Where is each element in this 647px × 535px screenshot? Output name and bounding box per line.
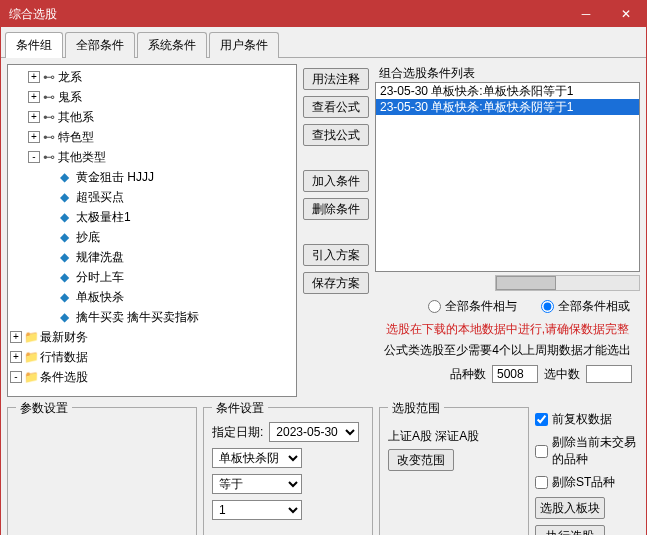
tree-node-label: 特色型 (56, 129, 94, 146)
tree-node[interactable]: +⊷其他系 (10, 107, 294, 127)
minus-icon[interactable]: - (28, 151, 40, 163)
date-label: 指定日期: (212, 424, 263, 441)
tab-2[interactable]: 系统条件 (137, 32, 207, 58)
plus-icon[interactable]: + (28, 91, 40, 103)
tree-node[interactable]: +⊷特色型 (10, 127, 294, 147)
tree-node[interactable]: ◆黄金狙击 HJJJ (10, 167, 294, 187)
titlebar: 综合选股 ─ ✕ (1, 1, 646, 27)
tree-node[interactable]: ◆太极量柱1 (10, 207, 294, 227)
tree-node-label: 抄底 (74, 229, 100, 246)
list-item[interactable]: 23-05-30 单板快杀:单板快杀阳等于1 (376, 83, 639, 99)
tree-node[interactable]: ◆单板快杀 (10, 287, 294, 307)
add-condition-button[interactable]: 加入条件 (303, 170, 369, 192)
tree-node[interactable]: ◆抄底 (10, 227, 294, 247)
tree-node-label: 规律洗盘 (74, 249, 124, 266)
selected-count-label: 选中数 (544, 366, 580, 383)
plus-icon[interactable]: + (28, 71, 40, 83)
tree-node-label: 单板快杀 (74, 289, 124, 306)
condition-list-label: 组合选股条件列表 (375, 64, 640, 82)
scope-group: 选股范围 上证A股 深证A股 改变范围 (379, 407, 529, 535)
plus-icon[interactable]: + (10, 331, 22, 343)
import-plan-button[interactable]: 引入方案 (303, 244, 369, 266)
skip-notrade-checkbox[interactable]: 剔除当前未交易的品种 (535, 434, 640, 468)
tree-node-label: 太极量柱1 (74, 209, 131, 226)
param-group-title: 参数设置 (16, 400, 72, 417)
skip-st-checkbox[interactable]: 剔除ST品种 (535, 474, 615, 491)
scope-group-title: 选股范围 (388, 400, 444, 417)
tree-node[interactable]: +⊷鬼系 (10, 87, 294, 107)
condition-group-title: 条件设置 (212, 400, 268, 417)
tree-node[interactable]: +📁最新财务 (10, 327, 294, 347)
tree-node-label: 擒牛买卖 擒牛买卖指标 (74, 309, 199, 326)
tree-node-label: 其他类型 (56, 149, 106, 166)
plus-icon[interactable]: + (28, 111, 40, 123)
info-text: 公式类选股至少需要4个以上周期数据才能选出 (375, 340, 640, 361)
close-button[interactable]: ✕ (606, 1, 646, 27)
tree-node[interactable]: ◆擒牛买卖 擒牛买卖指标 (10, 307, 294, 327)
param-group: 参数设置 (7, 407, 197, 535)
diamond-icon: ◆ (60, 310, 74, 324)
save-plan-button[interactable]: 保存方案 (303, 272, 369, 294)
run-select-button[interactable]: 执行选股 (535, 525, 605, 535)
tree-node-label: 龙系 (56, 69, 82, 86)
tree-node-label: 条件选股 (38, 369, 88, 386)
fq-checkbox[interactable]: 前复权数据 (535, 411, 612, 428)
tree-node-label: 其他系 (56, 109, 94, 126)
plus-icon[interactable]: + (28, 131, 40, 143)
delete-condition-button[interactable]: 删除条件 (303, 198, 369, 220)
variety-count-label: 品种数 (450, 366, 486, 383)
logic-radio-group: 全部条件相与 全部条件相或 (375, 292, 640, 319)
condition-list[interactable]: 23-05-30 单板快杀:单板快杀阳等于123-05-30 单板快杀:单板快杀… (375, 82, 640, 272)
minus-icon[interactable]: - (10, 371, 22, 383)
tree-node[interactable]: ◆分时上车 (10, 267, 294, 287)
variety-count-value: 5008 (492, 365, 538, 383)
link-icon: ⊷ (42, 90, 56, 104)
minimize-button[interactable]: ─ (566, 1, 606, 27)
window-title: 综合选股 (9, 6, 57, 23)
tab-1[interactable]: 全部条件 (65, 32, 135, 58)
folder-icon: 📁 (24, 370, 38, 384)
folder-icon: 📁 (24, 330, 38, 344)
tree-node[interactable]: +⊷龙系 (10, 67, 294, 87)
view-formula-button[interactable]: 查看公式 (303, 96, 369, 118)
condition-tree[interactable]: +⊷龙系+⊷鬼系+⊷其他系+⊷特色型-⊷其他类型◆黄金狙击 HJJJ◆超强买点◆… (7, 64, 297, 397)
folder-icon: 📁 (24, 350, 38, 364)
diamond-icon: ◆ (60, 270, 74, 284)
tree-node-label: 行情数据 (38, 349, 88, 366)
scope-text: 上证A股 深证A股 (388, 428, 479, 445)
tree-node[interactable]: ◆规律洗盘 (10, 247, 294, 267)
tree-node-label: 分时上车 (74, 269, 124, 286)
tab-3[interactable]: 用户条件 (209, 32, 279, 58)
radio-or[interactable]: 全部条件相或 (541, 298, 630, 315)
radio-and[interactable]: 全部条件相与 (428, 298, 517, 315)
date-select[interactable]: 2023-05-30 (269, 422, 359, 442)
op-select[interactable]: 等于 (212, 474, 302, 494)
tree-node-label: 黄金狙击 HJJJ (74, 169, 154, 186)
tree-node[interactable]: ◆超强买点 (10, 187, 294, 207)
tree-node-label: 超强买点 (74, 189, 124, 206)
diamond-icon: ◆ (60, 290, 74, 304)
tree-node-label: 最新财务 (38, 329, 88, 346)
diamond-icon: ◆ (60, 230, 74, 244)
to-block-button[interactable]: 选股入板块 (535, 497, 605, 519)
options-panel: 前复权数据 剔除当前未交易的品种 剔除ST品种 选股入板块 执行选股 (535, 407, 640, 535)
change-scope-button[interactable]: 改变范围 (388, 449, 454, 471)
tab-0[interactable]: 条件组 (5, 32, 63, 58)
tree-node[interactable]: -⊷其他类型 (10, 147, 294, 167)
find-formula-button[interactable]: 查找公式 (303, 124, 369, 146)
horizontal-scrollbar[interactable] (495, 275, 640, 291)
tree-node-label: 鬼系 (56, 89, 82, 106)
link-icon: ⊷ (42, 150, 56, 164)
tree-node[interactable]: -📁条件选股 (10, 367, 294, 387)
value-select[interactable]: 1 (212, 500, 302, 520)
list-item[interactable]: 23-05-30 单板快杀:单板快杀阴等于1 (376, 99, 639, 115)
link-icon: ⊷ (42, 110, 56, 124)
condition-group: 条件设置 指定日期: 2023-05-30 单板快杀阴 等于 1 (203, 407, 373, 535)
usage-button[interactable]: 用法注释 (303, 68, 369, 90)
tree-node[interactable]: +📁行情数据 (10, 347, 294, 367)
plus-icon[interactable]: + (10, 351, 22, 363)
diamond-icon: ◆ (60, 190, 74, 204)
diamond-icon: ◆ (60, 210, 74, 224)
selected-count-value (586, 365, 632, 383)
field-select[interactable]: 单板快杀阴 (212, 448, 302, 468)
